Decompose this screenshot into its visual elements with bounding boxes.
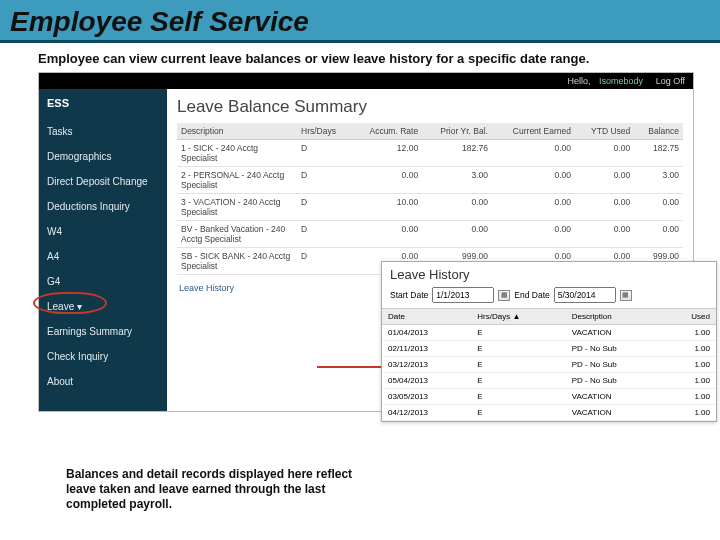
sidebar-item-direct-deposit[interactable]: Direct Deposit Change <box>39 169 167 194</box>
sidebar-item-deductions[interactable]: Deductions Inquiry <box>39 194 167 219</box>
table-row[interactable]: 3 - VACATION - 240 Acctg SpecialistD10.0… <box>177 194 683 221</box>
sidebar-item-leave[interactable]: Leave ▾ <box>39 294 167 319</box>
table-row[interactable]: 03/12/2013EPD - No Sub1.00 <box>382 357 716 373</box>
slide-note: Balances and detail records displayed he… <box>66 467 366 512</box>
calendar-icon[interactable]: ▦ <box>498 290 510 301</box>
table-row[interactable]: 01/04/2013EVACATION1.00 <box>382 325 716 341</box>
sidebar-item-about[interactable]: About <box>39 369 167 394</box>
sidebar: ESS Tasks Demographics Direct Deposit Ch… <box>39 89 167 411</box>
table-row[interactable]: 2 - PERSONAL - 240 Acctg SpecialistD0.00… <box>177 167 683 194</box>
col-earned[interactable]: Current Earned <box>492 123 575 140</box>
col-ytd[interactable]: YTD Used <box>575 123 634 140</box>
slide-subtitle: Employee can view current leave balances… <box>0 43 720 72</box>
table-row[interactable]: BV - Banked Vacation - 240 Acctg Special… <box>177 221 683 248</box>
slide-title: Employee Self Service <box>10 6 710 38</box>
sidebar-item-demographics[interactable]: Demographics <box>39 144 167 169</box>
history-title: Leave History <box>382 262 716 285</box>
col-hrsdays[interactable]: Hrs/Days <box>297 123 351 140</box>
leave-history-table: Date Hrs/Days ▲ Description Used 01/04/2… <box>382 308 716 421</box>
leave-history-popup: Leave History Start Date ▦ End Date ▦ Da… <box>381 261 717 422</box>
start-date-input[interactable] <box>432 287 494 303</box>
col-accum[interactable]: Accum. Rate <box>351 123 422 140</box>
col-description[interactable]: Description <box>177 123 297 140</box>
table-row[interactable]: 04/12/2013EVACATION1.00 <box>382 405 716 421</box>
hcol-hrsdays[interactable]: Hrs/Days ▲ <box>471 309 565 325</box>
table-row[interactable]: 02/11/2013EPD - No Sub1.00 <box>382 341 716 357</box>
current-user: Isomebody <box>599 76 643 86</box>
table-row[interactable]: 03/05/2013EVACATION1.00 <box>382 389 716 405</box>
hcol-desc[interactable]: Description <box>566 309 664 325</box>
ess-app-window: Hello, Isomebody Log Off ESS Tasks Demog… <box>38 72 694 412</box>
table-row[interactable]: 05/04/2013EPD - No Sub1.00 <box>382 373 716 389</box>
sidebar-item-check-inquiry[interactable]: Check Inquiry <box>39 344 167 369</box>
sidebar-item-a4[interactable]: A4 <box>39 244 167 269</box>
hcol-date[interactable]: Date <box>382 309 471 325</box>
app-logo: ESS <box>39 93 167 119</box>
sidebar-item-earnings[interactable]: Earnings Summary <box>39 319 167 344</box>
hcol-used[interactable]: Used <box>663 309 716 325</box>
sidebar-item-tasks[interactable]: Tasks <box>39 119 167 144</box>
start-date-label: Start Date <box>390 290 428 300</box>
col-balance[interactable]: Balance <box>634 123 683 140</box>
logoff-link[interactable]: Log Off <box>656 76 685 86</box>
sidebar-item-w4[interactable]: W4 <box>39 219 167 244</box>
slide-title-bar: Employee Self Service <box>0 0 720 43</box>
sidebar-item-g4[interactable]: G4 <box>39 269 167 294</box>
end-date-input[interactable] <box>554 287 616 303</box>
panel-title: Leave Balance Summary <box>177 97 683 117</box>
calendar-icon[interactable]: ▦ <box>620 290 632 301</box>
col-prior[interactable]: Prior Yr. Bal. <box>422 123 492 140</box>
table-row[interactable]: 1 - SICK - 240 Acctg SpecialistD12.00182… <box>177 140 683 167</box>
end-date-label: End Date <box>514 290 549 300</box>
leave-balance-table: Description Hrs/Days Accum. Rate Prior Y… <box>177 123 683 275</box>
leave-history-link[interactable]: Leave History <box>177 275 234 293</box>
app-topbar: Hello, Isomebody Log Off <box>39 73 693 89</box>
hello-label: Hello, <box>568 76 591 86</box>
